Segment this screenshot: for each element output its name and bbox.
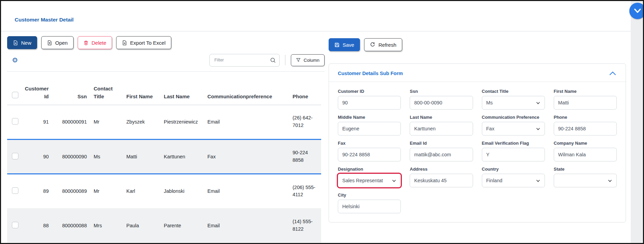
save-button[interactable]: Save <box>329 38 360 51</box>
ssn-input[interactable] <box>410 96 473 110</box>
col-header-last-name[interactable]: Last Name <box>160 85 203 105</box>
field-customer-id: Customer ID <box>338 87 401 110</box>
cell-ssn: 800000091 <box>51 105 90 139</box>
last-name-label: Last Name <box>410 115 473 120</box>
field-email-id: Email Id <box>410 139 473 161</box>
excel-document-icon <box>122 40 127 46</box>
field-contact-title: Contact Title Ms <box>482 87 545 110</box>
email-verification-flag-input[interactable] <box>482 148 545 161</box>
cell-first-name: Matti <box>122 139 160 174</box>
table-row-customer-88[interactable]: 88 800000088 Mrs Paula Parente Email (14… <box>7 208 321 243</box>
export-to-excel-button[interactable]: Export To Excel <box>116 36 171 49</box>
email-id-label: Email Id <box>410 141 473 146</box>
collapse-section-button[interactable] <box>609 71 617 76</box>
email-id-input[interactable] <box>410 148 473 161</box>
first-name-label: First Name <box>554 89 617 94</box>
company-name-input[interactable] <box>554 148 617 161</box>
sub-form-fields: Customer ID Ssn Contact Title Ms <box>329 82 626 222</box>
delete-button[interactable]: Delete <box>78 36 112 49</box>
cell-ssn: 800000090 <box>51 139 90 174</box>
state-select[interactable] <box>554 174 617 187</box>
field-state: State <box>554 164 617 187</box>
middle-name-input[interactable] <box>338 122 401 135</box>
communication-preference-select[interactable]: Fax <box>482 122 545 135</box>
country-value: Finland <box>486 178 503 183</box>
row-checkbox[interactable] <box>12 222 18 228</box>
new-document-icon <box>13 40 18 46</box>
cell-contact-title: Ms <box>90 139 122 174</box>
col-header-phone[interactable]: Phone <box>288 85 321 105</box>
delete-button-label: Delete <box>92 40 106 46</box>
detail-toolbar: Save Refresh <box>329 38 626 51</box>
first-name-input[interactable] <box>554 96 617 110</box>
col-header-communication-preference[interactable]: Communicationpreference <box>203 85 288 105</box>
field-designation: Designation Sales Representat <box>338 164 401 187</box>
col-header-ssn[interactable]: Ssn <box>51 85 90 105</box>
state-label: State <box>554 167 617 172</box>
row-checkbox[interactable] <box>12 118 18 125</box>
select-all-checkbox[interactable] <box>12 92 18 98</box>
open-button-label: Open <box>55 40 68 46</box>
table-row-customer-89[interactable]: 89 800000089 Mr Karl Jablonski Email (20… <box>7 174 321 208</box>
col-header-first-name[interactable]: First Name <box>122 85 160 105</box>
cell-first-name: Karl <box>122 174 160 208</box>
contact-title-select[interactable]: Ms <box>482 96 545 110</box>
cell-ssn: 800000088 <box>51 208 90 243</box>
fax-input[interactable] <box>338 148 401 161</box>
save-button-label: Save <box>343 42 354 48</box>
field-email-verification-flag: Email Verification Flag <box>482 139 545 161</box>
cell-contact-title: Mr <box>90 105 122 139</box>
new-button[interactable]: New <box>7 36 37 49</box>
customer-id-input[interactable] <box>338 96 401 110</box>
search-icon[interactable] <box>270 57 276 63</box>
col-header-contact-title[interactable]: Contact Title <box>90 85 122 105</box>
chevron-up-icon <box>609 71 617 76</box>
cell-customer-id: 88 <box>21 208 51 243</box>
column-button[interactable]: Column <box>291 54 325 66</box>
cell-customer-id: 89 <box>21 174 51 208</box>
phone-label: Phone <box>554 115 617 120</box>
table-row-customer-90-selected[interactable]: 90 800000090 Ms Matti Karttunen Fax 90-2… <box>7 139 321 174</box>
company-name-label: Company Name <box>554 141 617 146</box>
open-button[interactable]: Open <box>41 36 74 49</box>
cell-phone: (206) 555-4112 <box>288 174 321 208</box>
chevron-down-icon <box>535 178 541 184</box>
field-company-name: Company Name <box>554 139 617 161</box>
field-communication-preference: Communication Preference Fax <box>482 113 545 135</box>
email-verification-flag-label: Email Verification Flag <box>482 141 545 146</box>
designation-select-highlighted[interactable]: Sales Representat <box>338 174 401 187</box>
country-select[interactable]: Finland <box>482 174 545 187</box>
communication-preference-value: Fax <box>486 126 494 131</box>
cell-ssn: 800000089 <box>51 174 90 208</box>
row-checkbox[interactable] <box>12 187 18 194</box>
designation-label: Designation <box>338 167 401 172</box>
field-city: City <box>338 190 401 213</box>
field-address: Address <box>410 164 473 187</box>
gear-icon[interactable]: ⚙︎ <box>12 57 18 63</box>
chevron-down-icon <box>535 126 541 132</box>
expand-panel-button[interactable] <box>629 3 644 19</box>
sub-form-title: Customer Details Sub Form <box>338 71 403 76</box>
refresh-button[interactable]: Refresh <box>364 38 402 51</box>
col-header-customer-id[interactable]: Customer Id <box>21 85 51 105</box>
city-input[interactable] <box>338 200 401 213</box>
designation-value: Sales Representat <box>342 178 383 183</box>
page-title: Customer Master Detail <box>15 17 74 23</box>
cell-contact-title: Mrs <box>90 208 122 243</box>
field-last-name: Last Name <box>410 113 473 135</box>
country-label: Country <box>482 167 545 172</box>
customer-id-label: Customer ID <box>338 89 401 94</box>
middle-name-label: Middle Name <box>338 115 401 120</box>
table-header-row: Customer Id Ssn Contact Title First Name… <box>7 85 321 105</box>
filter-input[interactable] <box>209 54 280 67</box>
address-input[interactable] <box>410 174 473 187</box>
title-bar: Customer Master Detail <box>1 1 643 31</box>
refresh-icon <box>370 42 375 47</box>
last-name-input[interactable] <box>410 122 473 135</box>
chevron-down-icon <box>632 8 643 14</box>
toolbar-divider <box>285 55 285 65</box>
table-row-customer-91[interactable]: 91 800000091 Mr Zbyszek Piestrzeniewicz … <box>7 105 321 139</box>
refresh-button-label: Refresh <box>378 42 396 48</box>
phone-input[interactable] <box>554 122 617 135</box>
row-checkbox[interactable] <box>12 153 18 159</box>
